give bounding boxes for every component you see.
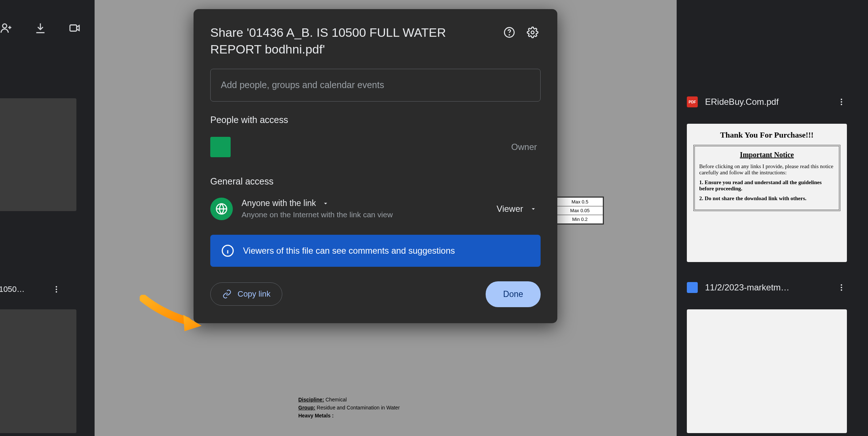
video-icon[interactable] [68, 22, 81, 34]
svg-point-12 [509, 35, 509, 35]
svg-point-7 [841, 104, 842, 105]
dialog-header: Share '01436 A_B. IS 10500 FULL WATER RE… [210, 24, 541, 58]
chevron-down-icon [322, 200, 329, 207]
owner-avatar [210, 137, 231, 157]
role-dropdown[interactable]: Viewer [493, 202, 541, 216]
copy-link-button[interactable]: Copy link [210, 282, 282, 306]
info-icon [221, 244, 234, 257]
general-access-row: Anyone with the link Anyone on the Inter… [210, 195, 541, 222]
left-thumbnail-label: IS 1050… [0, 284, 62, 295]
right-thumb-row-1[interactable]: PDF ERideBuy.Com.pdf [687, 91, 847, 113]
pdf-badge-icon: PDF [687, 96, 698, 107]
link-scope-label: Anyone with the link [242, 198, 316, 208]
more-icon[interactable] [51, 284, 62, 295]
svg-rect-1 [70, 25, 76, 31]
link-icon [222, 289, 232, 299]
svg-point-9 [841, 287, 842, 288]
svg-point-10 [841, 289, 842, 291]
left-thumbnail-1[interactable] [0, 98, 76, 211]
add-people-input[interactable] [210, 69, 541, 102]
svg-point-4 [56, 291, 57, 293]
notice-p: Before clicking on any links I provide, … [699, 163, 835, 176]
gear-icon[interactable] [525, 24, 541, 40]
notice-b1: 1. Ensure you read and understand all th… [699, 179, 822, 191]
notice-b2: 2. Do not share the download link with o… [699, 195, 807, 201]
notice-title: Thank You For Purchase!!! [693, 130, 840, 140]
chevron-down-icon [530, 205, 537, 213]
right-thumb-label-2: 11/2/2023-marketm… [705, 282, 829, 293]
toolbar [0, 22, 81, 34]
right-thumb-preview-1[interactable]: Thank You For Purchase!!! Important Noti… [687, 124, 847, 262]
share-dialog: Share '01436 A_B. IS 10500 FULL WATER RE… [194, 9, 557, 323]
dialog-title: Share '01436 A_B. IS 10500 FULL WATER RE… [210, 24, 494, 58]
doc-badge-icon [687, 282, 698, 293]
done-button[interactable]: Done [486, 281, 541, 307]
svg-point-3 [56, 289, 57, 290]
right-thumbnails: PDF ERideBuy.Com.pdf Thank You For Purch… [687, 91, 847, 433]
info-text: Viewers of this file can see comments an… [243, 246, 455, 256]
link-scope-sub: Anyone on the Internet with the link can… [242, 210, 484, 219]
svg-point-0 [3, 24, 7, 28]
role-label: Viewer [497, 204, 523, 214]
people-with-access-heading: People with access [210, 115, 541, 125]
owner-row: Owner [210, 134, 541, 163]
svg-point-8 [841, 284, 842, 286]
download-icon[interactable] [34, 22, 47, 34]
notice-heading: Important Notice [699, 151, 835, 159]
help-icon[interactable] [501, 24, 517, 40]
svg-point-13 [531, 31, 534, 34]
right-thumb-row-2[interactable]: 11/2/2023-marketm… [687, 277, 847, 298]
add-user-icon[interactable] [0, 22, 12, 34]
globe-icon [210, 198, 233, 220]
left-thumb-text: IS 1050… [0, 285, 25, 294]
left-thumbnail-2[interactable] [0, 309, 76, 433]
svg-point-6 [841, 101, 842, 103]
dialog-footer: Copy link Done [210, 281, 541, 307]
right-thumb-preview-2[interactable] [687, 309, 847, 433]
general-access-heading: General access [210, 176, 541, 187]
more-icon[interactable] [836, 96, 847, 107]
info-banner: Viewers of this file can see comments an… [210, 235, 541, 267]
svg-point-5 [841, 99, 842, 100]
svg-point-2 [56, 286, 57, 288]
right-thumb-label-1: ERideBuy.Com.pdf [705, 97, 829, 107]
copy-link-label: Copy link [238, 289, 270, 299]
more-icon[interactable] [836, 282, 847, 293]
document-meta: Discipline: Chemical Group: Residue and … [298, 397, 400, 421]
link-scope-dropdown[interactable]: Anyone with the link [242, 198, 484, 208]
owner-label: Owner [511, 142, 537, 152]
